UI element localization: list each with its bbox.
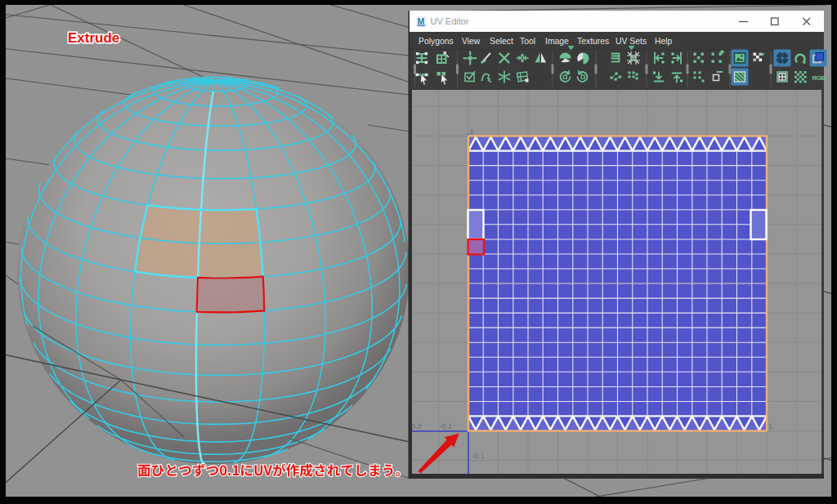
svg-text:Help: Help (655, 37, 673, 46)
svg-text:-0.1: -0.1 (439, 421, 452, 430)
svg-text:M: M (418, 16, 425, 26)
svg-text:Tool: Tool (520, 37, 535, 46)
svg-text:1: 1 (470, 127, 474, 136)
svg-text:Select: Select (490, 37, 513, 46)
svg-text:1: 1 (768, 421, 772, 430)
svg-text:UV Editor: UV Editor (431, 16, 469, 26)
svg-text:UV Sets: UV Sets (615, 37, 647, 46)
svg-text:-0.1: -0.1 (472, 451, 485, 460)
svg-text:Textures: Textures (577, 37, 609, 46)
svg-text:Extrude: Extrude (68, 30, 119, 46)
svg-text:View: View (462, 37, 481, 46)
svg-text:RGB: RGB (812, 74, 826, 82)
svg-text:Polygons: Polygons (418, 37, 454, 46)
svg-text:Image: Image (545, 37, 569, 46)
